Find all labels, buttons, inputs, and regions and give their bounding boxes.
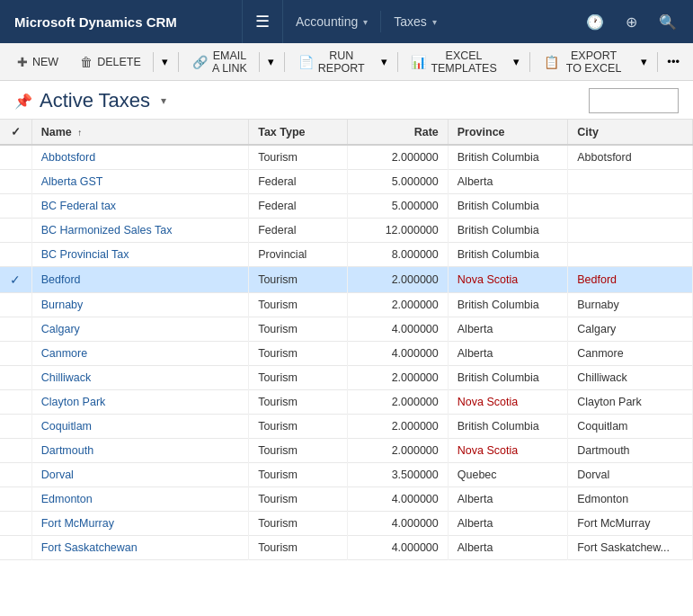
history-icon[interactable]: 🕐 bbox=[577, 8, 613, 36]
row-check-cell[interactable] bbox=[0, 194, 31, 219]
table-header-row: ✓ Name ↑ Tax Type Rate Province City bbox=[0, 120, 693, 145]
row-check-cell[interactable] bbox=[0, 293, 31, 317]
row-province-cell: British Columbia bbox=[448, 243, 567, 267]
delete-dropdown[interactable]: ▾ bbox=[155, 49, 174, 76]
row-name-link[interactable]: Calgary bbox=[41, 323, 80, 335]
row-province-cell: British Columbia bbox=[448, 219, 567, 243]
header-tax-type[interactable]: Tax Type bbox=[249, 120, 348, 145]
row-check-cell[interactable]: ✓ bbox=[0, 267, 31, 293]
table-row[interactable]: DartmouthTourism2.000000Nova ScotiaDartm… bbox=[0, 439, 693, 463]
row-check-cell[interactable] bbox=[0, 366, 31, 390]
row-name-link[interactable]: Burnaby bbox=[41, 299, 84, 311]
table-row[interactable]: BC Federal taxFederal5.000000British Col… bbox=[0, 194, 693, 219]
table-row[interactable]: ✓BedfordTourism2.000000Nova ScotiaBedfor… bbox=[0, 267, 693, 293]
table-row[interactable]: CalgaryTourism4.000000AlbertaCalgary bbox=[0, 317, 693, 342]
header-check[interactable]: ✓ bbox=[0, 120, 31, 145]
page-title-dropdown[interactable]: ▾ bbox=[161, 94, 166, 107]
row-name-link[interactable]: Chilliwack bbox=[41, 371, 92, 384]
row-check-cell[interactable] bbox=[0, 439, 31, 463]
table-row[interactable]: BurnabyTourism2.000000British ColumbiaBu… bbox=[0, 293, 693, 317]
row-taxtype-cell: Tourism bbox=[249, 439, 348, 463]
export-dropdown[interactable]: ▾ bbox=[635, 49, 653, 76]
row-name-link[interactable]: Coquitlam bbox=[41, 420, 92, 433]
row-name-link[interactable]: Abbotsford bbox=[41, 151, 95, 164]
table-row[interactable]: Fort McMurrayTourism4.000000AlbertaFort … bbox=[0, 512, 693, 536]
row-name-link[interactable]: Bedford bbox=[41, 273, 81, 286]
row-check-cell[interactable] bbox=[0, 170, 31, 194]
email-link-button[interactable]: 🔗 EMAIL A LINK bbox=[182, 49, 258, 76]
header-city[interactable]: City bbox=[568, 120, 693, 145]
add-icon[interactable]: ⊕ bbox=[617, 8, 646, 36]
row-check-cell[interactable] bbox=[0, 145, 31, 170]
row-province-cell: British Columbia bbox=[448, 366, 567, 390]
row-taxtype-cell: Tourism bbox=[249, 267, 348, 293]
row-rate-cell: 2.000000 bbox=[348, 366, 448, 390]
table-row[interactable]: Alberta GSTFederal5.000000Alberta bbox=[0, 170, 693, 194]
row-name-cell: BC Harmonized Sales Tax bbox=[31, 219, 248, 243]
search-input[interactable] bbox=[589, 88, 679, 113]
row-check-cell[interactable] bbox=[0, 536, 31, 560]
page-title-area: 📌 Active Taxes ▾ bbox=[14, 89, 166, 112]
row-name-cell: Coquitlam bbox=[31, 415, 248, 439]
header-rate[interactable]: Rate bbox=[348, 120, 448, 145]
excel-templates-dropdown[interactable]: ▾ bbox=[507, 49, 526, 76]
row-check-cell[interactable] bbox=[0, 390, 31, 415]
table-row[interactable]: ChilliwackTourism2.000000British Columbi… bbox=[0, 366, 693, 390]
table-row[interactable]: AbbotsfordTourism2.000000British Columbi… bbox=[0, 145, 693, 170]
table-row[interactable]: Clayton ParkTourism2.000000Nova ScotiaCl… bbox=[0, 390, 693, 415]
table-row[interactable]: DorvalTourism3.500000QuebecDorval bbox=[0, 463, 693, 487]
row-city-cell: Canmore bbox=[568, 342, 693, 366]
more-options[interactable]: ••• bbox=[661, 49, 686, 76]
row-province-cell: Nova Scotia bbox=[448, 267, 567, 293]
table-row[interactable]: Fort SaskatchewanTourism4.000000AlbertaF… bbox=[0, 536, 693, 560]
row-check-cell[interactable] bbox=[0, 463, 31, 487]
row-name-link[interactable]: Fort Saskatchewan bbox=[41, 541, 138, 554]
table-row[interactable]: BC Provincial TaxProvincial8.000000Briti… bbox=[0, 243, 693, 267]
sort-asc-icon: ↑ bbox=[77, 128, 82, 138]
table-row[interactable]: BC Harmonized Sales TaxFederal12.000000B… bbox=[0, 219, 693, 243]
row-taxtype-cell: Tourism bbox=[249, 487, 348, 512]
row-rate-cell: 4.000000 bbox=[348, 317, 448, 342]
table-row[interactable]: EdmontonTourism4.000000AlbertaEdmonton bbox=[0, 487, 693, 512]
run-report-dropdown[interactable]: ▾ bbox=[375, 49, 394, 76]
row-name-link[interactable]: Canmore bbox=[41, 347, 87, 360]
delete-button[interactable]: 🗑 DELETE bbox=[70, 49, 151, 76]
row-name-link[interactable]: Dartmouth bbox=[41, 444, 93, 457]
search-icon[interactable]: 🔍 bbox=[650, 8, 686, 36]
row-rate-cell: 4.000000 bbox=[348, 487, 448, 512]
row-name-link[interactable]: BC Harmonized Sales Tax bbox=[41, 224, 173, 237]
row-check-cell[interactable] bbox=[0, 512, 31, 536]
header-province[interactable]: Province bbox=[448, 120, 567, 145]
row-name-link[interactable]: Clayton Park bbox=[41, 396, 106, 408]
row-name-cell: Clayton Park bbox=[31, 390, 248, 415]
email-dropdown[interactable]: ▾ bbox=[262, 49, 280, 76]
export-excel-group: 📋 EXPORT TO EXCEL ▾ bbox=[534, 49, 653, 76]
excel-templates-button[interactable]: 📊 EXCEL TEMPLATES bbox=[401, 49, 506, 76]
row-taxtype-cell: Tourism bbox=[249, 536, 348, 560]
table-row[interactable]: CoquitlamTourism2.000000British Columbia… bbox=[0, 415, 693, 439]
pin-icon[interactable]: 📌 bbox=[14, 93, 32, 110]
row-name-link[interactable]: Alberta GST bbox=[41, 175, 103, 188]
new-button[interactable]: ✚ NEW bbox=[7, 49, 68, 76]
row-name-cell: Canmore bbox=[31, 342, 248, 366]
row-check-cell[interactable] bbox=[0, 219, 31, 243]
row-check-cell[interactable] bbox=[0, 317, 31, 342]
row-check-cell[interactable] bbox=[0, 487, 31, 512]
nav-taxes[interactable]: Taxes ▾ bbox=[381, 0, 449, 43]
row-name-cell: Dartmouth bbox=[31, 439, 248, 463]
run-report-button[interactable]: 📄 RUN REPORT bbox=[289, 49, 375, 76]
export-excel-button[interactable]: 📋 EXPORT TO EXCEL bbox=[534, 49, 635, 76]
row-name-link[interactable]: Fort McMurray bbox=[41, 517, 114, 530]
row-check-cell[interactable] bbox=[0, 342, 31, 366]
row-name-link[interactable]: BC Federal tax bbox=[41, 200, 116, 212]
brand-text: Microsoft Dynamics CRM bbox=[14, 14, 177, 30]
table-row[interactable]: CanmoreTourism4.000000AlbertaCanmore bbox=[0, 342, 693, 366]
row-name-link[interactable]: Edmonton bbox=[41, 493, 93, 505]
row-name-link[interactable]: BC Provincial Tax bbox=[41, 248, 129, 261]
hamburger-menu[interactable]: ☰ bbox=[243, 0, 283, 43]
header-name[interactable]: Name ↑ bbox=[31, 120, 248, 145]
row-check-cell[interactable] bbox=[0, 243, 31, 267]
row-name-link[interactable]: Dorval bbox=[41, 469, 74, 481]
nav-accounting[interactable]: Accounting ▾ bbox=[283, 0, 380, 43]
row-check-cell[interactable] bbox=[0, 415, 31, 439]
